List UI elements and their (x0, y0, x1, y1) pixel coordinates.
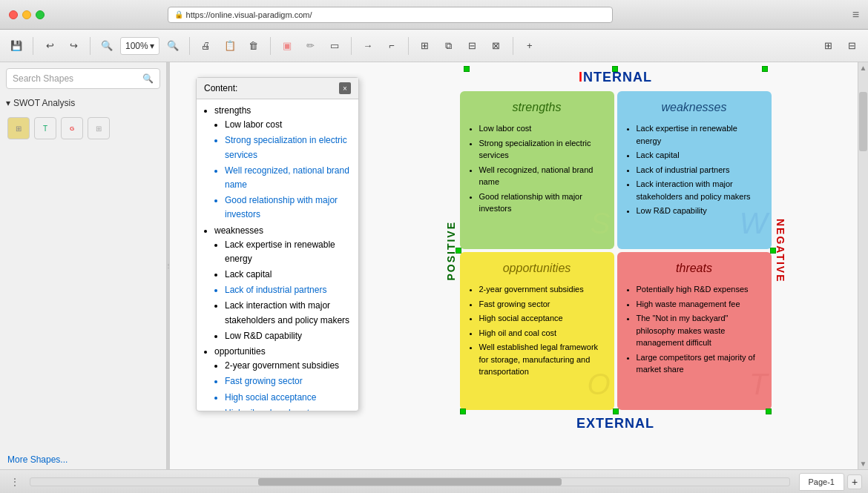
swot-icon-1[interactable]: ⊞ (7, 117, 30, 139)
zoom-level: 100% (125, 41, 148, 51)
page-tab[interactable]: Page-1 (799, 473, 844, 491)
list-item: strengths Low labor cost Strong speciali… (214, 104, 351, 222)
list-item: Well recognized, national brand name (479, 164, 605, 188)
list-item: 2-year government subsidies (479, 283, 605, 296)
separator (90, 37, 91, 55)
swot-icon-4[interactable]: ⊞ (88, 117, 110, 139)
list-item: Strong specialization in electric servic… (479, 137, 605, 162)
content-popup-body[interactable]: strengths Low labor cost Strong speciali… (197, 99, 358, 411)
list-item: High oil and coal cost (225, 406, 351, 411)
delete-button[interactable]: 🗑 (243, 36, 264, 56)
opportunities-title: opportunities (469, 259, 605, 277)
list-item: Lack interaction with major stakeholders… (637, 178, 763, 202)
shape-button[interactable]: ▭ (324, 36, 345, 56)
line-color-button[interactable]: ✏ (300, 36, 321, 56)
swot-strengths-cell[interactable]: strengths Low labor cost Strong speciali… (460, 91, 614, 249)
canvas-area[interactable]: Content: × strengths Low labor cost Stro… (170, 62, 868, 469)
swot-icon-2[interactable]: T (34, 117, 56, 139)
separator (351, 37, 352, 55)
selection-handle[interactable] (456, 248, 461, 254)
list-item: High social acceptance (479, 312, 605, 325)
connector1-button[interactable]: → (358, 36, 378, 56)
list-item: Lack capital (637, 149, 763, 162)
swot-weaknesses-cell[interactable]: weaknesses Lack expertise in renewable e… (617, 91, 772, 249)
distribute-button[interactable]: ⊠ (486, 36, 507, 56)
list-item: Potentially high R&D expenses (637, 283, 763, 296)
sidebar: Search Shapes 🔍 ▾ SWOT Analysis ⊞ T G ⊞ … (0, 62, 167, 469)
strengths-title: strengths (469, 99, 605, 116)
chevron-down-icon: ▾ (6, 98, 10, 108)
align-button[interactable]: ⊟ (462, 36, 483, 56)
zoom-in-button[interactable]: 🔍 (96, 36, 117, 56)
content-popup-title: Content: (204, 83, 237, 93)
selection-handle[interactable] (464, 66, 470, 72)
selection-handle[interactable] (762, 66, 768, 72)
selection-handle[interactable] (460, 408, 466, 414)
maximize-button[interactable] (36, 10, 45, 19)
traffic-lights (9, 10, 45, 19)
separator (270, 37, 271, 55)
scroll-thumb (859, 92, 867, 151)
list-item: Low R&D capability (225, 329, 351, 343)
search-box[interactable]: Search Shapes 🔍 (6, 68, 160, 89)
url-text: https://online.visual-paradigm.com/ (186, 10, 312, 19)
bottom-bar: ⋮ Page-1 + (0, 469, 868, 493)
full-view-button[interactable]: ⊟ (841, 36, 862, 56)
zoom-control[interactable]: 100% ▾ (120, 37, 160, 55)
add-button[interactable]: + (519, 36, 540, 56)
external-label: EXTERNAL (576, 416, 654, 431)
undo-button[interactable]: ↩ (39, 36, 60, 56)
scroll-thumb (258, 478, 562, 486)
close-button[interactable] (9, 10, 18, 19)
list-item: Good relationship with major investors (479, 191, 605, 215)
minimize-button[interactable] (22, 10, 31, 19)
list-item: Well established legal framework for sto… (479, 341, 605, 378)
selection-handle[interactable] (613, 408, 619, 414)
separator (33, 37, 33, 55)
add-page-button[interactable]: + (847, 474, 862, 489)
horizontal-scrollbar[interactable] (30, 477, 790, 486)
sidebar-icons: ⊞ T G ⊞ (0, 111, 166, 145)
more-shapes-link[interactable]: More Shapes... (0, 450, 166, 469)
fill-color-button[interactable]: ▣ (277, 36, 297, 56)
connector2-button[interactable]: ⌐ (381, 36, 402, 56)
swot-icon-3[interactable]: G (61, 117, 83, 139)
list-item: 2-year government subsidies (225, 359, 351, 373)
copy-button[interactable]: 📋 (220, 36, 240, 56)
close-icon[interactable]: × (339, 82, 351, 94)
insert-button[interactable]: ⊞ (415, 36, 435, 56)
list-item: Lack of industrial partners (637, 164, 763, 176)
swot-opportunities-cell[interactable]: opportunities 2-year government subsidie… (460, 252, 614, 410)
print-button[interactable]: 🖨 (196, 36, 217, 56)
list-item: Lack expertise in renewable energy (637, 122, 763, 147)
scroll-down-arrow[interactable]: ▼ (858, 460, 868, 468)
scroll-up-arrow[interactable]: ▲ (858, 64, 868, 72)
content-popup-header: Content: × (197, 78, 358, 99)
selection-handle[interactable] (766, 408, 772, 414)
chevron-down-icon: ▾ (150, 41, 154, 51)
lock-icon: 🔒 (174, 10, 183, 19)
list-item: The "Not in my backyard" philosophy make… (637, 312, 763, 349)
list-item: Fast growing sector (479, 298, 605, 311)
list-item: High social acceptance (225, 391, 351, 405)
vertical-scrollbar[interactable]: ▲ ▼ (858, 62, 868, 469)
url-bar[interactable]: 🔒 https://online.visual-paradigm.com/ (168, 7, 613, 23)
save-button[interactable]: 💾 (6, 36, 27, 56)
selection-handle[interactable] (612, 66, 618, 72)
search-icon: 🔍 (142, 73, 154, 84)
arrange-button[interactable]: ⧉ (438, 36, 459, 56)
search-placeholder: Search Shapes (13, 73, 73, 84)
bottom-left-btn[interactable]: ⋮ (6, 473, 24, 491)
sidebar-item-swot-analysis[interactable]: ▾ SWOT Analysis (0, 95, 166, 111)
redo-button[interactable]: ↪ (63, 36, 84, 56)
swot-grid-wrapper: POSITIVE strengths Low labor cost Strong… (442, 91, 789, 410)
swot-threats-cell[interactable]: threats Potentially high R&D expenses Hi… (617, 252, 772, 410)
separator (513, 37, 513, 55)
titlebar: 🔒 https://online.visual-paradigm.com/ ≡ (0, 0, 868, 30)
selection-handle[interactable] (770, 248, 776, 254)
sidebar-section-label: SWOT Analysis (13, 98, 75, 108)
zoom-out-button[interactable]: 🔍 (162, 36, 183, 56)
menu-icon[interactable]: ≡ (852, 8, 859, 21)
list-item: Fast growing sector (225, 374, 351, 388)
split-view-button[interactable]: ⊞ (818, 36, 838, 56)
